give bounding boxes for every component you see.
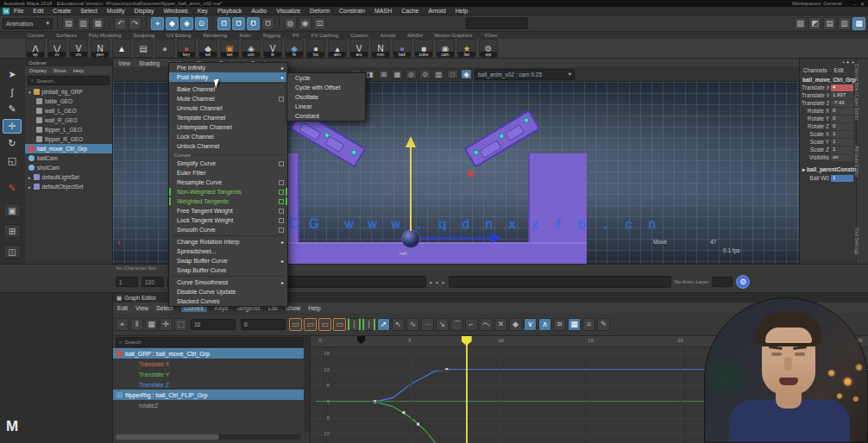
menubar-item-windows[interactable]: Windows <box>163 8 187 14</box>
shelf-button-item6[interactable]: ● <box>155 39 174 58</box>
shelf-button-ep[interactable]: ⋀ep <box>26 39 45 58</box>
floor-geometry[interactable] <box>259 242 587 264</box>
expand-icon[interactable]: ▸ <box>28 175 31 180</box>
viewport-toolbar-icon-2[interactable]: ⊞ <box>378 69 389 79</box>
horizontal-scrollbar[interactable] <box>116 434 301 440</box>
menu-item-lock-tangent-weight[interactable]: Lock Tangent Weight <box>169 215 287 225</box>
menu-item-unmute-channel[interactable]: Unmute Channel <box>169 103 287 113</box>
shelf-button-loc[interactable]: ●loc <box>306 39 325 58</box>
menu-item-post-infinity[interactable]: Post Infinity▸ <box>169 72 287 82</box>
graph-toolbar-icon-2[interactable]: ▭ <box>318 318 331 331</box>
channel-value-field[interactable]: on <box>831 154 853 161</box>
menu-item-untemplate-channel[interactable]: Untemplate Channel <box>169 122 287 132</box>
graph-toolbar-icon-10[interactable]: ↘ <box>436 318 449 331</box>
shelf-tab-custom[interactable]: Custom <box>350 33 368 38</box>
outliner-item-defaultLightSet[interactable]: ▸defaultLightSet <box>25 172 112 182</box>
channel-value-field[interactable]: 1 <box>831 131 853 138</box>
channel-value-field[interactable]: 1 <box>831 175 853 182</box>
menu-item-template-channel[interactable]: Template Channel <box>169 113 287 122</box>
channel-value-field[interactable]: 0 <box>831 108 853 115</box>
shelf-tab-xgen[interactable]: XGen <box>484 33 497 38</box>
graph-toolbar-icon-11[interactable]: ⌒ <box>450 318 463 331</box>
shelf-tab-curves[interactable]: Curves <box>28 33 44 38</box>
menu-item-snap-buffer-curve[interactable]: Snap Buffer Curve <box>169 265 287 275</box>
graph-outliner-row[interactable]: Translate Y <box>113 369 310 379</box>
window-control-close[interactable]: ✕ <box>860 2 865 7</box>
outliner-menu-show[interactable]: Show <box>53 68 66 73</box>
status-field[interactable] <box>466 17 528 29</box>
anim-layer-label[interactable]: No Anim Layer <box>675 279 708 284</box>
manipulator-y-arrowhead[interactable] <box>406 136 416 147</box>
workspace-label[interactable]: Workspaces: General <box>792 1 842 6</box>
menuset-dropdown[interactable]: Animation▾ <box>3 18 53 29</box>
layout-single[interactable]: ▣ <box>3 203 21 217</box>
graph-menu-help[interactable]: Help <box>308 305 320 311</box>
channel-row[interactable]: Scale Z1 <box>800 146 856 153</box>
shelf-tab-motion-graphics[interactable]: Motion Graphics <box>435 33 473 38</box>
menu-item-unlock-channel[interactable]: Unlock Channel <box>169 141 287 151</box>
option-box[interactable] <box>279 190 284 195</box>
anim-layer-field[interactable] <box>712 277 733 287</box>
graph-toolbar-icon-7[interactable]: ↖ <box>392 318 405 331</box>
viewport-toolbar-icon-5[interactable]: ⊙ <box>419 69 431 79</box>
option-box[interactable] <box>279 97 284 102</box>
menubar-item-cache[interactable]: Cache <box>401 8 418 14</box>
graph-toolbar-icon-19[interactable]: ▦ <box>568 318 581 331</box>
submenu-item-cycle[interactable]: Cycle <box>287 73 365 83</box>
graph-toolbar-icon-5[interactable]: ∣ <box>362 318 375 331</box>
menu-item-bake-channel[interactable]: Bake Channel <box>169 84 287 94</box>
menu-item-change-rotation-interp[interactable]: Change Rotation Interp▸ <box>169 237 287 246</box>
submenu-item-constant[interactable]: Constant <box>287 111 365 121</box>
shelf-button-item5[interactable]: ▤ <box>134 39 153 58</box>
viewport-toolbar-icon-7[interactable]: □ <box>447 69 458 79</box>
shelf-button-ball[interactable]: ●ball <box>393 39 412 58</box>
option-box[interactable] <box>279 161 284 166</box>
option-box[interactable] <box>279 218 284 223</box>
menubar-item-file[interactable]: File <box>14 8 23 14</box>
outliner-item-wall_L_GEO[interactable]: wall_L_GEO <box>25 106 112 115</box>
menu-item-euler-filter[interactable]: Euler Filter <box>169 168 287 178</box>
graph-search-input[interactable]: ⌕ Search <box>116 337 307 347</box>
graph-toolbar-icon-21[interactable]: ✎ <box>597 318 610 331</box>
attribute-editor-toggle-icon[interactable]: ▤ <box>823 17 836 30</box>
menubar-item-display[interactable]: Display <box>134 8 154 14</box>
shelf-tab-surfaces[interactable]: Surfaces <box>56 33 77 38</box>
menubar-item-key[interactable]: Key <box>198 8 208 14</box>
viewport-toolbar-icon-8[interactable]: ◈ <box>461 69 472 79</box>
graph-outliner-row[interactable]: flipperRig : ball_Ctrl_FLIP_Grp <box>113 390 310 400</box>
shelf-tab-arnold[interactable]: Arnold <box>381 33 395 38</box>
graph-outliner-row[interactable]: rotateZ <box>113 400 310 410</box>
shelf-button-key[interactable]: ●key <box>177 39 196 58</box>
shelf-button-arc[interactable]: Varc <box>349 39 368 58</box>
last-tool[interactable]: ✎ <box>3 181 22 196</box>
channel-row[interactable]: Rotate Y0 <box>800 115 856 122</box>
menubar-item-edit[interactable]: Edit <box>33 8 43 14</box>
rotate-tool[interactable]: ↻ <box>3 136 22 151</box>
window-controls[interactable]: –✕ <box>849 1 865 7</box>
expand-icon[interactable]: ▾ <box>28 90 31 95</box>
playback-start-field[interactable]: 1 <box>116 277 138 287</box>
channel-value-field[interactable]: -7.43 <box>831 100 853 107</box>
channel-row[interactable]: Ball W01 <box>800 174 856 182</box>
scale-tool[interactable]: ◱ <box>3 153 22 168</box>
channel-row[interactable]: Scale X1 <box>800 130 856 138</box>
shelf-tab-uv-editing[interactable]: UV Editing <box>167 33 191 38</box>
channel-row[interactable]: Scale Y1 <box>800 138 856 146</box>
graph-outliner-row[interactable]: Translate X <box>113 359 310 369</box>
channel-row[interactable]: Translate X4 <box>800 84 856 91</box>
graph-toolbar-icon-18[interactable]: ≋ <box>553 318 566 331</box>
outliner-item-defaultObjectSet[interactable]: ▸defaultObjectSet <box>25 182 112 191</box>
range-slider-bar-right[interactable] <box>449 276 671 288</box>
shelf-button-cv[interactable]: ⋁cv <box>47 39 66 58</box>
menu-item-smooth-curve[interactable]: Smooth Curve <box>169 225 287 234</box>
snap-plane-icon[interactable]: Ω <box>261 17 274 30</box>
expand-icon[interactable]: ▸ <box>28 184 31 190</box>
menu-item-weighted-tangents[interactable]: Weighted Tangents <box>169 197 287 206</box>
keyframe[interactable] <box>402 411 405 414</box>
menubar-item-modify[interactable]: Modify <box>107 8 125 14</box>
menubar-item-select[interactable]: Select <box>80 8 97 14</box>
cb-display-icon[interactable]: ● <box>846 59 850 65</box>
graph-toolbar-icon-0[interactable]: ▭ <box>289 318 302 331</box>
select-mask-hierarchy-icon[interactable]: ⌖ <box>151 17 164 30</box>
menu-item-stacked-curves[interactable]: Stacked Curves <box>169 296 287 306</box>
